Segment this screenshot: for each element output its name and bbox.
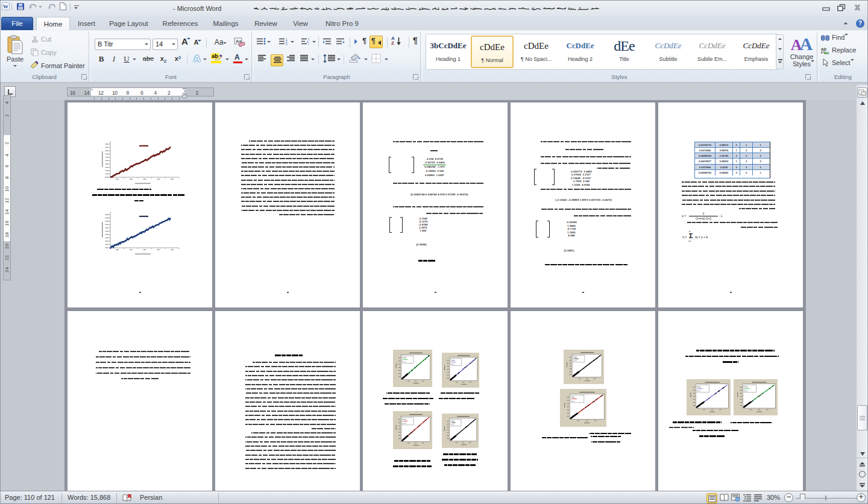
svg-text:i: i xyxy=(308,43,309,46)
svg-text:3: 3 xyxy=(286,43,288,46)
